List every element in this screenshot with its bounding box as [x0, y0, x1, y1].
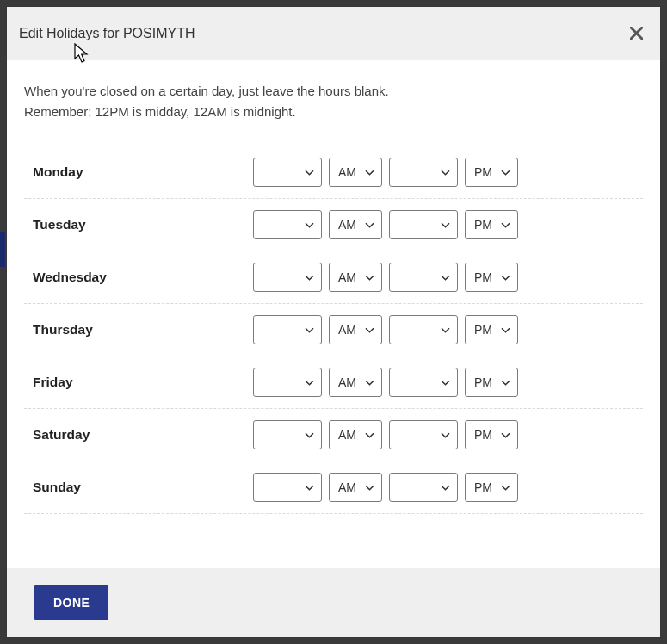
day-row: SundayAMPM	[24, 461, 643, 514]
open-hour-select[interactable]	[253, 158, 322, 187]
chevron-down-icon	[441, 375, 450, 388]
close-period-select[interactable]: PM	[465, 315, 518, 344]
time-selects-group: AMPM	[253, 473, 518, 502]
chevron-down-icon	[365, 322, 374, 336]
chevron-down-icon	[441, 322, 450, 336]
open-hour-select[interactable]	[253, 210, 322, 239]
chevron-down-icon	[501, 480, 510, 493]
days-list: MondayAMPMTuesdayAMPMWednesdayAMPMThursd…	[24, 146, 643, 514]
edit-holidays-modal: Edit Holidays for POSIMYTH When you're c…	[7, 7, 660, 637]
time-selects-group: AMPM	[253, 315, 518, 344]
open-period-select[interactable]: AM	[329, 473, 382, 502]
open-period-select[interactable]: AM	[329, 210, 382, 239]
open-period-select-value: AM	[338, 428, 356, 442]
day-row: MondayAMPM	[24, 146, 643, 199]
day-label: Friday	[24, 375, 253, 390]
open-period-select[interactable]: AM	[329, 368, 382, 397]
chevron-down-icon	[441, 427, 450, 441]
modal-header: Edit Holidays for POSIMYTH	[7, 7, 660, 60]
chevron-down-icon	[305, 164, 314, 178]
modal-title: Edit Holidays for POSIMYTH	[19, 26, 195, 41]
time-selects-group: AMPM	[253, 210, 518, 239]
day-label: Saturday	[24, 427, 253, 443]
open-hour-select[interactable]	[253, 473, 322, 502]
day-label: Thursday	[24, 322, 253, 337]
close-icon	[630, 24, 643, 44]
instructions-line-1: When you're closed on a certain day, jus…	[24, 84, 389, 98]
chevron-down-icon	[365, 427, 374, 441]
close-period-select[interactable]: PM	[465, 420, 518, 449]
instructions-line-2: Remember: 12PM is midday, 12AM is midnig…	[24, 104, 296, 119]
close-hour-select[interactable]	[389, 263, 458, 292]
chevron-down-icon	[365, 375, 374, 388]
chevron-down-icon	[501, 269, 510, 283]
chevron-down-icon	[365, 269, 374, 283]
close-period-select-value: PM	[474, 428, 492, 442]
chevron-down-icon	[501, 322, 510, 336]
close-period-select[interactable]: PM	[465, 158, 518, 187]
modal-footer: DONE	[7, 568, 660, 637]
modal-backdrop: Edit Holidays for POSIMYTH When you're c…	[0, 0, 667, 644]
close-period-select[interactable]: PM	[465, 368, 518, 397]
instructions-text: When you're closed on a certain day, jus…	[24, 81, 643, 122]
chevron-down-icon	[305, 375, 314, 388]
day-row: WednesdayAMPM	[24, 251, 643, 304]
time-selects-group: AMPM	[253, 368, 518, 397]
day-label: Sunday	[24, 480, 253, 495]
day-row: TuesdayAMPM	[24, 199, 643, 251]
close-period-select-value: PM	[474, 165, 492, 179]
close-button[interactable]	[627, 25, 645, 42]
open-period-select[interactable]: AM	[329, 315, 382, 344]
open-period-select[interactable]: AM	[329, 158, 382, 187]
close-hour-select[interactable]	[389, 420, 458, 449]
chevron-down-icon	[441, 269, 450, 283]
close-period-select-value: PM	[474, 323, 492, 337]
close-hour-select[interactable]	[389, 315, 458, 344]
open-hour-select[interactable]	[253, 420, 322, 449]
close-hour-select[interactable]	[389, 210, 458, 239]
open-period-select-value: AM	[338, 480, 356, 494]
close-period-select[interactable]: PM	[465, 473, 518, 502]
open-hour-select[interactable]	[253, 263, 322, 292]
chevron-down-icon	[305, 480, 314, 493]
chevron-down-icon	[501, 375, 510, 388]
day-row: SaturdayAMPM	[24, 409, 643, 461]
chevron-down-icon	[305, 269, 314, 283]
open-period-select-value: AM	[338, 375, 356, 389]
time-selects-group: AMPM	[253, 420, 518, 449]
time-selects-group: AMPM	[253, 158, 518, 187]
open-period-select-value: AM	[338, 270, 356, 284]
close-period-select[interactable]: PM	[465, 210, 518, 239]
open-period-select[interactable]: AM	[329, 420, 382, 449]
background-decoration	[0, 232, 5, 267]
open-hour-select[interactable]	[253, 315, 322, 344]
close-period-select-value: PM	[474, 480, 492, 494]
close-period-select-value: PM	[474, 270, 492, 284]
done-button[interactable]: DONE	[34, 585, 108, 620]
chevron-down-icon	[441, 480, 450, 493]
close-hour-select[interactable]	[389, 473, 458, 502]
chevron-down-icon	[305, 322, 314, 336]
chevron-down-icon	[501, 164, 510, 178]
chevron-down-icon	[365, 164, 374, 178]
time-selects-group: AMPM	[253, 263, 518, 292]
close-period-select-value: PM	[474, 218, 492, 232]
chevron-down-icon	[305, 427, 314, 441]
close-hour-select[interactable]	[389, 368, 458, 397]
chevron-down-icon	[501, 427, 510, 441]
open-period-select-value: AM	[338, 323, 356, 337]
close-hour-select[interactable]	[389, 158, 458, 187]
chevron-down-icon	[501, 217, 510, 231]
open-hour-select[interactable]	[253, 368, 322, 397]
close-period-select-value: PM	[474, 375, 492, 389]
day-row: FridayAMPM	[24, 356, 643, 409]
open-period-select[interactable]: AM	[329, 263, 382, 292]
close-period-select[interactable]: PM	[465, 263, 518, 292]
open-period-select-value: AM	[338, 218, 356, 232]
day-label: Wednesday	[24, 269, 253, 285]
modal-body: When you're closed on a certain day, jus…	[7, 60, 660, 568]
chevron-down-icon	[365, 217, 374, 231]
chevron-down-icon	[305, 217, 314, 231]
chevron-down-icon	[365, 480, 374, 493]
open-period-select-value: AM	[338, 165, 356, 179]
